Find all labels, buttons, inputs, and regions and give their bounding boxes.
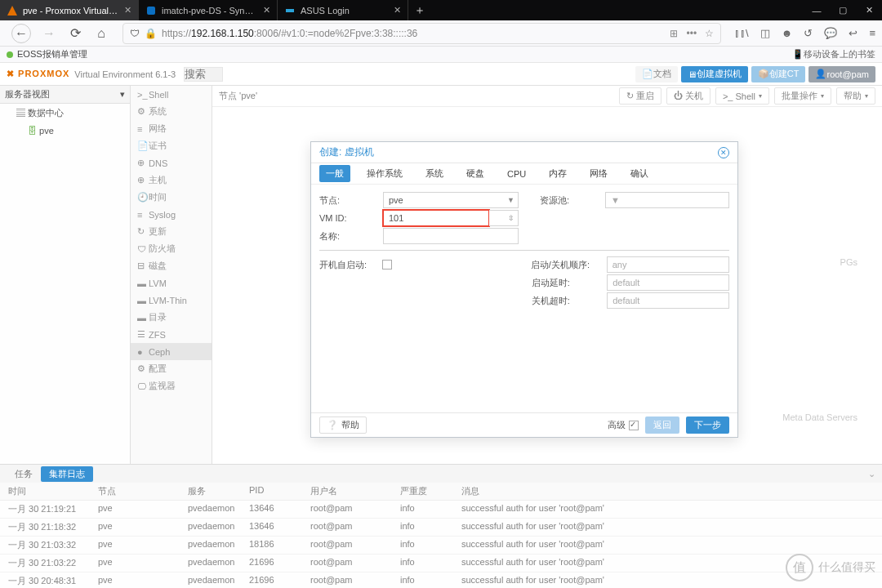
bookmark-item[interactable]: EOSS报销单管理	[17, 48, 87, 60]
log-tab-cluster[interactable]: 集群日志	[41, 466, 93, 482]
browser-tab[interactable]: ASUS Login ✕	[278, 0, 408, 20]
node-menu-item[interactable]: ⊕ 主机	[131, 172, 212, 189]
node-menu-item[interactable]: ⊕ DNS	[131, 154, 212, 172]
docs-button[interactable]: 📄 文档	[635, 66, 678, 82]
forward-button[interactable]: →	[41, 25, 57, 42]
sidebar-icon[interactable]: ◫	[760, 27, 770, 39]
node-menu-item[interactable]: ≡ 网络	[131, 120, 212, 137]
advanced-checkbox[interactable]	[629, 421, 639, 430]
next-button[interactable]: 下一步	[686, 416, 729, 434]
node-menu-item[interactable]: ▬ LVM-Thin	[131, 292, 212, 309]
node-menu-item[interactable]: >_ Shell	[131, 86, 212, 103]
create-vm-button[interactable]: 🖥 创建虚拟机	[681, 66, 748, 82]
order-input[interactable]: any	[607, 256, 729, 273]
menu-item-icon: >_	[137, 90, 149, 100]
user-menu-button[interactable]: 👤 root@pam	[808, 66, 875, 82]
chat-icon[interactable]: 💬	[824, 27, 837, 39]
node-menu-item[interactable]: 🛡 防火墙	[131, 240, 212, 257]
dialog-help-button[interactable]: ❔帮助	[319, 416, 367, 434]
url-bar[interactable]: 🛡 🔒 https:// 192.168.1.150 :8006/#v1:0:=…	[122, 23, 721, 44]
home-button[interactable]: ⌂	[93, 25, 109, 42]
chevron-down-icon: ▼	[507, 196, 514, 204]
collapse-icon[interactable]: ⌄	[868, 469, 875, 479]
log-row[interactable]: 一月 30 20:48:31pvepvedaemon21696root@pami…	[0, 572, 882, 588]
toolbar-button[interactable]: 帮助 ▾	[836, 87, 875, 105]
reader-icon[interactable]: ⊞	[670, 28, 678, 39]
node-menu-item[interactable]: ⊟ 磁盘	[131, 257, 212, 274]
node-menu-item[interactable]: 🖵 监视器	[131, 377, 212, 394]
bookmark-star-icon[interactable]: ☆	[705, 28, 714, 39]
dialog-tab[interactable]: 网络	[583, 165, 614, 182]
node-select[interactable]: pve▼	[383, 192, 519, 208]
back-button[interactable]: ←	[11, 24, 31, 43]
menu-item-icon: 🕘	[137, 192, 149, 203]
log-row[interactable]: 一月 30 21:03:22pvepvedaemon21696root@pami…	[0, 555, 882, 572]
dialog-close-button[interactable]: ✕	[718, 147, 729, 158]
menu-item-icon: 🖵	[137, 381, 149, 391]
dialog-tab[interactable]: 一般	[319, 165, 350, 182]
mobile-bookmarks[interactable]: 📱 移动设备上的书签	[792, 48, 875, 60]
menu-item-icon: ⊟	[137, 261, 149, 271]
favicon-icon	[7, 5, 18, 16]
shutdown-input[interactable]: default	[607, 292, 729, 309]
reload-button[interactable]: ⟳	[67, 25, 83, 42]
dialog-tab[interactable]: 内存	[542, 165, 573, 182]
log-row[interactable]: 一月 30 21:18:32pvepvedaemon13646root@pami…	[0, 519, 882, 537]
share-icon[interactable]: ↩	[849, 27, 858, 39]
pool-select[interactable]: ▼	[605, 192, 729, 208]
node-menu-item[interactable]: ☰ ZFS	[131, 326, 212, 343]
tree-header[interactable]: 服务器视图 ▾	[0, 86, 130, 104]
library-icon[interactable]: ⫿⫿\	[734, 27, 749, 39]
log-tab-tasks[interactable]: 任务	[7, 466, 41, 482]
more-icon[interactable]: •••	[686, 28, 697, 39]
close-button[interactable]: ✕	[856, 0, 882, 20]
browser-tab[interactable]: pve - Proxmox Virtual Enviro ✕	[0, 0, 139, 20]
node-menu-item[interactable]: ↻ 更新	[131, 223, 212, 240]
node-menu-item[interactable]: ▬ LVM	[131, 274, 212, 292]
back-button[interactable]: 返回	[645, 416, 679, 434]
log-row[interactable]: 一月 30 21:03:32pvepvedaemon18186root@pami…	[0, 537, 882, 555]
dialog-tab[interactable]: 硬盘	[460, 165, 491, 182]
autostart-checkbox[interactable]	[382, 260, 392, 270]
chevron-down-icon[interactable]: ▾	[120, 89, 125, 100]
new-tab-button[interactable]: ＋	[408, 0, 431, 20]
breadcrumb-bar: 节点 'pve' ↻ 重启⏻ 关机>_ Shell ▾ 批量操作 ▾ 帮助 ▾	[212, 86, 882, 107]
maximize-button[interactable]: ▢	[830, 0, 856, 20]
node-menu-item[interactable]: ⚙ 配置	[131, 360, 212, 377]
minimize-button[interactable]: —	[804, 0, 830, 20]
toolbar-button[interactable]: >_ Shell ▾	[715, 87, 769, 105]
node-menu-item[interactable]: ▬ 目录	[131, 309, 212, 326]
node-menu-item[interactable]: 🕘 时间	[131, 189, 212, 206]
account-icon[interactable]: ☻	[782, 27, 793, 39]
sync-icon[interactable]: ↺	[804, 27, 813, 39]
create-ct-button[interactable]: 📦 创建CT	[751, 66, 806, 82]
close-icon[interactable]: ✕	[263, 5, 270, 16]
dialog-tab[interactable]: 操作系统	[360, 165, 409, 182]
node-menu-item[interactable]: ≡ Syslog	[131, 206, 212, 223]
startup-input[interactable]: default	[607, 274, 729, 291]
tree-item-datacenter[interactable]: ▤ 数据中心	[0, 104, 130, 122]
svg-marker-0	[7, 6, 17, 16]
vmid-spinner[interactable]: ⇳	[489, 210, 519, 226]
log-tabs: 任务 集群日志 ⌄	[0, 465, 882, 483]
toolbar-button[interactable]: ⏻ 关机	[666, 87, 710, 105]
dialog-tab[interactable]: CPU	[501, 167, 532, 181]
toolbar-button[interactable]: 批量操作 ▾	[774, 87, 831, 105]
name-input[interactable]	[383, 228, 519, 244]
tree-item-node[interactable]: 🗄 pve	[0, 122, 130, 139]
toolbar-button[interactable]: ↻ 重启	[619, 87, 662, 105]
browser-tab[interactable]: imatch-pve-DS - Synology D ✕	[139, 0, 278, 20]
close-icon[interactable]: ✕	[394, 5, 401, 16]
close-icon[interactable]: ✕	[124, 5, 131, 16]
node-menu-item[interactable]: ● Ceph	[131, 343, 212, 360]
dialog-tab[interactable]: 系统	[419, 165, 450, 182]
dialog-tab[interactable]: 确认	[624, 165, 655, 182]
advanced-toggle[interactable]: 高级	[608, 419, 639, 431]
node-menu-item[interactable]: 📄 证书	[131, 137, 212, 154]
pg-label: PGs	[840, 257, 858, 267]
global-search-input[interactable]	[184, 67, 223, 82]
node-menu-item[interactable]: ⚙ 系统	[131, 103, 212, 120]
log-row[interactable]: 一月 30 21:19:21pvepvedaemon13646root@pami…	[0, 501, 882, 519]
vmid-input[interactable]: 101	[383, 210, 489, 226]
menu-icon[interactable]: ≡	[869, 27, 875, 39]
